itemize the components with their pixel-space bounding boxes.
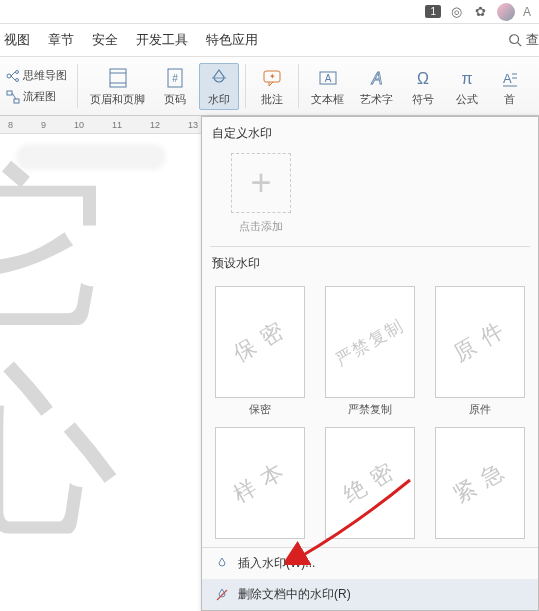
annotation-button[interactable]: ✦ 批注 bbox=[252, 64, 292, 109]
symbol-label: 符号 bbox=[412, 92, 434, 107]
flowchart-label: 流程图 bbox=[23, 89, 56, 104]
svg-line-27 bbox=[217, 590, 227, 600]
header-footer-label: 页眉和页脚 bbox=[90, 92, 145, 107]
watermark-char: 它 bbox=[0, 164, 118, 344]
watermark-button[interactable]: 水印 bbox=[199, 63, 239, 110]
ruler-tick: 9 bbox=[41, 120, 46, 130]
mindmap-label: 思维导图 bbox=[23, 68, 67, 83]
preset-original[interactable]: 原 件 原件 bbox=[432, 286, 528, 417]
page-number-button[interactable]: # 页码 bbox=[155, 64, 195, 109]
formula-label: 公式 bbox=[456, 92, 478, 107]
svg-text:A: A bbox=[370, 70, 382, 87]
menu-security[interactable]: 安全 bbox=[92, 31, 118, 49]
watermark-dropdown: 自定义水印 + 点击添加 预设水印 保 密 保密 严禁复制 严禁复制 原 件 原… bbox=[201, 116, 539, 611]
insert-label: 插入水印(W)... bbox=[238, 555, 315, 572]
watermark-char: 心 bbox=[0, 364, 118, 544]
search-icon bbox=[508, 33, 522, 47]
formula-icon: π bbox=[455, 66, 479, 90]
notification-badge[interactable]: 1 bbox=[425, 5, 441, 18]
svg-text:A: A bbox=[503, 71, 512, 86]
menu-view[interactable]: 视图 bbox=[4, 31, 30, 49]
svg-text:✦: ✦ bbox=[269, 72, 276, 81]
svg-point-3 bbox=[16, 70, 19, 73]
textbox-icon: A bbox=[316, 66, 340, 90]
wordart-button[interactable]: A 艺术字 bbox=[354, 64, 399, 109]
preset-topsecret[interactable]: 绝 密 bbox=[322, 427, 418, 539]
svg-line-9 bbox=[12, 93, 16, 99]
insert-watermark-action[interactable]: 插入水印(W)... bbox=[202, 548, 538, 579]
textbox-button[interactable]: A 文本框 bbox=[305, 64, 350, 109]
avatar[interactable] bbox=[497, 3, 515, 21]
preset-label: 保密 bbox=[249, 402, 271, 417]
svg-point-0 bbox=[510, 35, 519, 44]
theme-icon[interactable]: ✿ bbox=[473, 4, 489, 20]
preset-urgent[interactable]: 紧 急 bbox=[432, 427, 528, 539]
preset-section: 保 密 保密 严禁复制 严禁复制 原 件 原件 样 本 绝 密 紧 急 bbox=[202, 278, 538, 547]
formula-button[interactable]: π 公式 bbox=[447, 64, 487, 109]
preset-label: 原件 bbox=[469, 402, 491, 417]
wordart-icon: A bbox=[365, 66, 389, 90]
svg-line-5 bbox=[11, 72, 15, 76]
symbol-button[interactable]: Ω 符号 bbox=[403, 64, 443, 109]
flowchart-button[interactable]: 流程图 bbox=[2, 87, 71, 106]
diagram-group: 思维导图 流程图 bbox=[2, 66, 71, 106]
watermark-remove-icon bbox=[214, 587, 230, 603]
custom-watermark-title: 自定义水印 bbox=[202, 117, 538, 148]
flowchart-icon bbox=[6, 90, 20, 104]
ruler-tick: 12 bbox=[150, 120, 160, 130]
preset-nocopy[interactable]: 严禁复制 严禁复制 bbox=[322, 286, 418, 417]
remove-label: 删除文档中的水印(R) bbox=[238, 586, 351, 603]
sync-icon[interactable]: ◎ bbox=[449, 4, 465, 20]
ruler-tick: 8 bbox=[8, 120, 13, 130]
account-label: A bbox=[523, 5, 531, 19]
preset-grid: 保 密 保密 严禁复制 严禁复制 原 件 原件 样 本 绝 密 紧 急 bbox=[212, 284, 528, 547]
bottom-actions: 插入水印(W)... 删除文档中的水印(R) bbox=[202, 547, 538, 610]
svg-point-2 bbox=[7, 74, 11, 78]
preset-confidential[interactable]: 保 密 保密 bbox=[212, 286, 308, 417]
mindmap-icon bbox=[6, 69, 20, 83]
svg-rect-7 bbox=[7, 91, 12, 95]
svg-text:A: A bbox=[324, 73, 331, 84]
annotation-label: 批注 bbox=[261, 92, 283, 107]
watermark-label: 水印 bbox=[208, 92, 230, 107]
svg-line-6 bbox=[11, 76, 15, 80]
wordart-label: 艺术字 bbox=[360, 92, 393, 107]
page-number-label: 页码 bbox=[164, 92, 186, 107]
annotation-icon: ✦ bbox=[260, 66, 284, 90]
plus-icon: + bbox=[250, 165, 271, 201]
plus-frame: + bbox=[231, 153, 291, 213]
preset-watermark-title: 预设水印 bbox=[202, 247, 538, 278]
search-button[interactable]: 查 bbox=[508, 31, 539, 49]
menu-feature[interactable]: 特色应用 bbox=[206, 31, 258, 49]
dropcap-label: 首 bbox=[504, 92, 515, 107]
page-number-icon: # bbox=[163, 66, 187, 90]
remove-watermark-action[interactable]: 删除文档中的水印(R) bbox=[202, 579, 538, 610]
svg-point-4 bbox=[16, 78, 19, 81]
add-custom-watermark[interactable]: + 点击添加 bbox=[212, 148, 310, 238]
ruler-tick: 10 bbox=[74, 120, 84, 130]
dropcap-button[interactable]: A 首 bbox=[491, 64, 527, 109]
watermark-insert-icon bbox=[214, 556, 230, 572]
dropcap-icon: A bbox=[497, 66, 521, 90]
svg-text:Ω: Ω bbox=[417, 70, 429, 87]
symbol-icon: Ω bbox=[411, 66, 435, 90]
watermark-icon bbox=[207, 66, 231, 90]
svg-rect-8 bbox=[14, 99, 19, 103]
preset-sample[interactable]: 样 本 bbox=[212, 427, 308, 539]
svg-rect-10 bbox=[110, 69, 126, 87]
preset-label: 严禁复制 bbox=[348, 402, 392, 417]
search-label: 查 bbox=[526, 31, 539, 49]
svg-text:#: # bbox=[172, 73, 178, 84]
svg-line-1 bbox=[518, 43, 522, 47]
ruler-tick: 11 bbox=[112, 120, 122, 130]
add-label: 点击添加 bbox=[239, 219, 283, 234]
document-page: 它 心 bbox=[8, 134, 208, 611]
header-footer-button[interactable]: 页眉和页脚 bbox=[84, 64, 151, 109]
toolbar: 思维导图 流程图 页眉和页脚 # 页码 水印 ✦ 批注 A 文本框 A 艺术字 … bbox=[0, 56, 539, 116]
menu-devtools[interactable]: 开发工具 bbox=[136, 31, 188, 49]
menu-chapter[interactable]: 章节 bbox=[48, 31, 74, 49]
mindmap-button[interactable]: 思维导图 bbox=[2, 66, 71, 85]
menubar: 视图 章节 安全 开发工具 特色应用 查 bbox=[0, 24, 539, 56]
svg-text:π: π bbox=[461, 70, 472, 87]
header-footer-icon bbox=[106, 66, 130, 90]
